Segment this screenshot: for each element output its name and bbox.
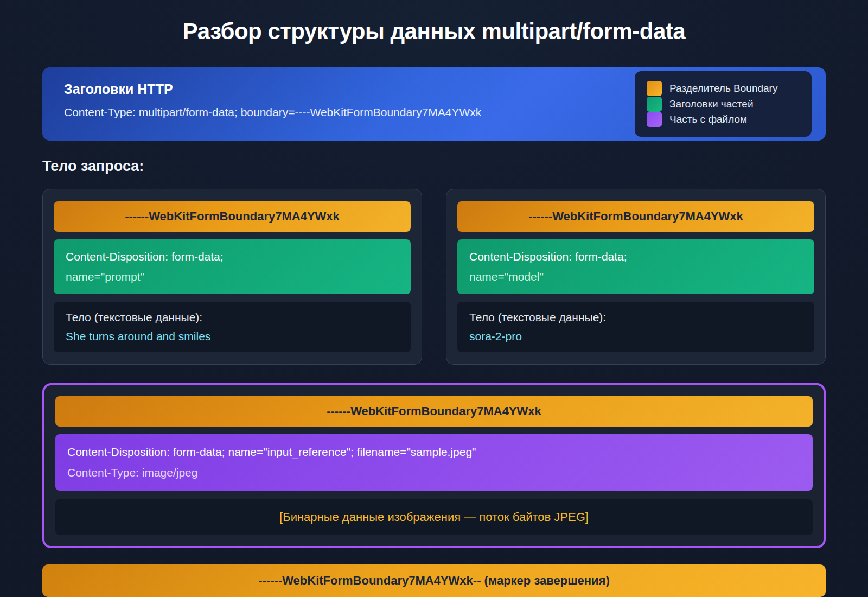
part-card-model: ------WebKitFormBoundary7MA4YWxk Content… xyxy=(446,189,826,365)
boundary-separator: ------WebKitFormBoundary7MA4YWxk xyxy=(55,396,813,427)
part-body-block: Тело (текстовые данные): sora-2-pro xyxy=(457,302,814,352)
legend-label: Часть с файлом xyxy=(669,113,747,125)
part-body-value: sora-2-pro xyxy=(469,330,802,343)
boundary-color-swatch xyxy=(647,81,662,96)
part-body-label: Тело (текстовые данные): xyxy=(66,311,399,324)
file-part-card: ------WebKitFormBoundary7MA4YWxk Content… xyxy=(42,383,826,548)
request-body-heading: Тело запроса: xyxy=(42,158,826,175)
part-body-block: Тело (текстовые данные): She turns aroun… xyxy=(54,302,411,352)
legend-item-part-headers: Заголовки частей xyxy=(647,97,800,112)
page: Разбор структуры данных multipart/form-d… xyxy=(0,0,868,597)
part-card-prompt: ------WebKitFormBoundary7MA4YWxk Content… xyxy=(42,189,422,365)
field-name-line: name="prompt" xyxy=(66,270,399,283)
part-headers-block: Content-Disposition: form-data; name="pr… xyxy=(54,239,411,294)
field-name-line: name="model" xyxy=(469,270,802,283)
text-parts-row: ------WebKitFormBoundary7MA4YWxk Content… xyxy=(42,189,826,365)
part-body-label: Тело (текстовые данные): xyxy=(469,311,802,324)
content-disposition-line: Content-Disposition: form-data; xyxy=(469,250,802,263)
legend-item-file-part: Часть с файлом xyxy=(647,112,800,127)
legend-label: Заголовки частей xyxy=(669,98,754,110)
binary-data-note: [Бинарные данные изображения — поток бай… xyxy=(55,499,813,535)
legend-item-boundary: Разделитель Boundary xyxy=(647,81,800,96)
legend: Разделитель Boundary Заголовки частей Ча… xyxy=(635,71,812,137)
boundary-separator: ------WebKitFormBoundary7MA4YWxk xyxy=(457,201,814,232)
file-part-color-swatch xyxy=(647,112,662,127)
content-type-line: Content-Type: image/jpeg xyxy=(67,466,801,479)
page-title: Разбор структуры данных multipart/form-d… xyxy=(42,18,826,45)
content-disposition-line: Content-Disposition: form-data; xyxy=(66,250,399,263)
part-headers-block: Content-Disposition: form-data; name="mo… xyxy=(457,239,814,294)
content-disposition-line: Content-Disposition: form-data; name="in… xyxy=(67,446,801,459)
legend-label: Разделитель Boundary xyxy=(669,82,777,94)
closing-boundary-marker: ------WebKitFormBoundary7MA4YWxk-- (марк… xyxy=(42,564,826,597)
part-body-value: She turns around and smiles xyxy=(66,330,399,343)
boundary-separator: ------WebKitFormBoundary7MA4YWxk xyxy=(54,201,411,232)
http-headers-panel: Заголовки HTTP Content-Type: multipart/f… xyxy=(42,67,826,141)
part-headers-color-swatch xyxy=(647,97,662,112)
file-part-headers-block: Content-Disposition: form-data; name="in… xyxy=(55,434,813,491)
